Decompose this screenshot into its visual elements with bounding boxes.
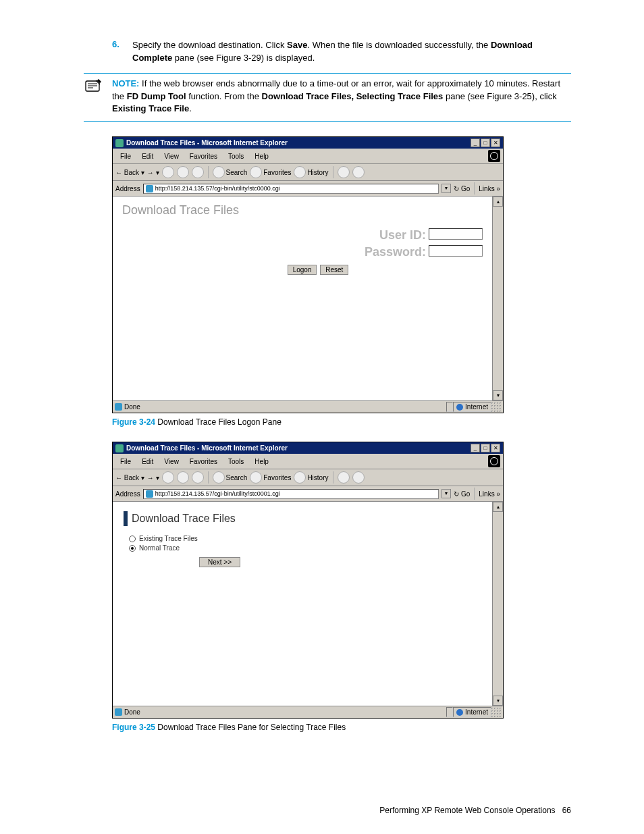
- menu-view[interactable]: View: [159, 152, 184, 161]
- ie-titlebar: Download Trace Files - Microsoft Interne…: [113, 442, 503, 454]
- menu-view[interactable]: View: [159, 457, 184, 466]
- page-icon: [146, 490, 153, 498]
- resize-grip[interactable]: [491, 402, 501, 412]
- figure-3-24: Download Trace Files - Microsoft Interne…: [112, 136, 571, 413]
- option-normal[interactable]: Normal Trace: [129, 544, 483, 552]
- note-icon: [84, 78, 105, 116]
- close-button[interactable]: ✕: [491, 444, 500, 452]
- page-heading: Download Trace Files: [132, 513, 236, 525]
- menu-help[interactable]: Help: [250, 152, 273, 161]
- status-text: Done: [124, 403, 140, 411]
- scrollbar[interactable]: ▴ ▾: [492, 197, 503, 400]
- refresh-icon[interactable]: [177, 471, 189, 484]
- mail-icon[interactable]: [338, 471, 350, 484]
- history-button[interactable]: History: [294, 166, 328, 178]
- note-body: NOTE: If the web browser ends abnormally…: [112, 78, 571, 116]
- radio-icon[interactable]: [129, 536, 136, 542]
- search-button[interactable]: Search: [213, 166, 248, 178]
- password-input[interactable]: [429, 245, 483, 257]
- print-icon[interactable]: [352, 166, 365, 178]
- menu-tools[interactable]: Tools: [223, 152, 248, 161]
- go-button[interactable]: ↻Go: [454, 490, 470, 498]
- scroll-up-icon[interactable]: ▴: [493, 197, 503, 207]
- favorites-button[interactable]: Favorites: [250, 471, 291, 484]
- menu-tools[interactable]: Tools: [223, 457, 248, 466]
- address-input[interactable]: http://158.214.135.57/cgi-bin/utility/st…: [143, 184, 439, 194]
- window-title: Download Trace Files - Microsoft Interne…: [126, 444, 288, 452]
- menu-edit[interactable]: Edit: [137, 457, 158, 466]
- back-nav[interactable]: ← Back ▾: [115, 474, 144, 481]
- ie-logo-icon: [488, 455, 500, 467]
- resize-grip[interactable]: [491, 708, 501, 717]
- favorites-icon: [250, 471, 262, 484]
- figure-caption: Figure 3-25 Download Trace Files Pane fo…: [112, 723, 571, 732]
- scrollbar[interactable]: ▴ ▾: [492, 502, 503, 706]
- address-input[interactable]: http://158.214.135.57/cgi-bin/utility/st…: [143, 489, 439, 499]
- print-icon[interactable]: [352, 471, 365, 484]
- maximize-button[interactable]: □: [481, 138, 490, 147]
- step-6: 6. Specify the download destination. Cli…: [86, 39, 571, 65]
- divider: [84, 121, 571, 122]
- menu-edit[interactable]: Edit: [137, 152, 158, 161]
- ie-app-icon: [115, 444, 124, 452]
- figure-3-25: Download Trace Files - Microsoft Interne…: [112, 442, 571, 719]
- back-nav[interactable]: ← Back ▾: [115, 169, 144, 176]
- ie-toolbar: ← Back ▾ → ▾ Search Favorites History: [113, 469, 503, 486]
- search-button[interactable]: Search: [213, 471, 248, 484]
- divider: [84, 73, 571, 74]
- radio-icon-selected[interactable]: [129, 545, 136, 552]
- stop-icon[interactable]: [162, 471, 174, 484]
- menu-help[interactable]: Help: [250, 457, 273, 466]
- close-button[interactable]: ✕: [491, 138, 500, 147]
- minimize-button[interactable]: _: [471, 444, 480, 452]
- links-button[interactable]: Links »: [479, 185, 500, 192]
- fwd-nav[interactable]: → ▾: [147, 169, 159, 176]
- menu-file[interactable]: File: [115, 152, 136, 161]
- note-label: NOTE:: [112, 78, 139, 88]
- scroll-up-icon[interactable]: ▴: [493, 502, 503, 512]
- reset-button[interactable]: Reset: [320, 265, 348, 275]
- save-bold: Save: [287, 40, 307, 50]
- home-icon[interactable]: [192, 166, 204, 178]
- figure-text: Download Trace Files Pane for Selecting …: [155, 723, 346, 732]
- fwd-nav[interactable]: → ▾: [147, 474, 159, 481]
- maximize-button[interactable]: □: [481, 444, 490, 452]
- page-heading: Download Trace Files: [122, 203, 483, 217]
- links-button[interactable]: Links »: [479, 490, 500, 498]
- menu-file[interactable]: File: [115, 457, 136, 466]
- option-existing[interactable]: Existing Trace Files: [129, 535, 483, 542]
- menu-favorites[interactable]: Favorites: [185, 457, 222, 466]
- address-dropdown[interactable]: ▾: [441, 489, 451, 498]
- scroll-down-icon[interactable]: ▾: [493, 696, 503, 706]
- note-block: NOTE: If the web browser ends abnormally…: [84, 78, 571, 116]
- stop-icon[interactable]: [162, 166, 174, 178]
- search-icon: [213, 166, 225, 178]
- window-title: Download Trace Files - Microsoft Interne…: [126, 139, 288, 147]
- history-icon: [294, 471, 306, 484]
- menu-favorites[interactable]: Favorites: [185, 152, 222, 161]
- page-icon: [146, 185, 153, 192]
- go-button[interactable]: ↻Go: [454, 185, 470, 192]
- refresh-icon[interactable]: [177, 166, 189, 178]
- footer-text: Performing XP Remote Web Console Operati…: [379, 806, 555, 815]
- address-dropdown[interactable]: ▾: [441, 184, 451, 193]
- step-text: Specify the download destination. Click …: [132, 39, 571, 65]
- minimize-button[interactable]: _: [471, 138, 480, 147]
- scroll-down-icon[interactable]: ▾: [493, 390, 503, 400]
- home-icon[interactable]: [192, 471, 204, 484]
- address-url: http://158.214.135.57/cgi-bin/utility/st…: [155, 490, 280, 497]
- userid-input[interactable]: [429, 228, 483, 240]
- option-label: Existing Trace Files: [139, 535, 198, 542]
- heading-bar-icon: [124, 511, 128, 526]
- done-icon: [115, 708, 122, 716]
- mail-icon[interactable]: [338, 166, 350, 178]
- history-button[interactable]: History: [294, 471, 328, 484]
- favorites-button[interactable]: Favorites: [250, 166, 291, 178]
- step-number: 6.: [112, 39, 132, 65]
- next-button[interactable]: Next >>: [199, 557, 240, 567]
- logon-button[interactable]: Logon: [288, 265, 317, 275]
- ie-addressbar: Address http://158.214.135.57/cgi-bin/ut…: [113, 486, 503, 502]
- page-footer: Performing XP Remote Web Console Operati…: [379, 806, 571, 815]
- ie-window: Download Trace Files - Microsoft Interne…: [112, 442, 504, 719]
- status-text: Done: [124, 708, 140, 716]
